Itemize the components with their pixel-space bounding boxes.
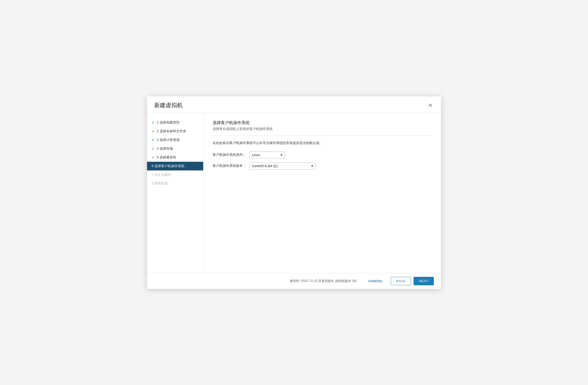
sidebar-item-step1[interactable]: ✔ 1 选择创建类型 — [147, 118, 203, 127]
back-button[interactable]: BACK — [391, 277, 411, 285]
close-button[interactable]: ✕ — [427, 102, 434, 109]
dialog-title: 新建虚拟机 — [154, 102, 183, 109]
sidebar-item-label-step2: 2 选择名称和文件夹 — [157, 129, 186, 134]
os-version-select[interactable]: CentOS 8 (64 位) CentOS 7 (64 位) CentOS 6… — [249, 163, 316, 169]
main-content: 选择客户机操作系统 选择将在虚拟机上安装的客户机操作系统 在此处标识客户机操作系… — [203, 113, 441, 273]
sidebar-item-label-step5: 5 选择兼容性 — [157, 155, 176, 160]
sidebar-item-step7: 7 自定义硬件 — [147, 170, 203, 179]
cancel-button[interactable]: CANCEL — [363, 277, 388, 285]
os-version-label: 客户机操作系统版本： — [213, 164, 246, 168]
footer-buttons: CANCEL BACK NEXT — [363, 277, 434, 285]
section-divider — [213, 135, 432, 136]
sidebar: ✔ 1 选择创建类型 ✔ 2 选择名称和文件夹 ✔ 3 选择计算资源 ✔ 4 选… — [147, 113, 203, 273]
sidebar-item-step6[interactable]: 6 选择客户机操作系统 — [147, 162, 203, 170]
os-family-row: 客户机操作系统系列： Linux Windows Other — [213, 151, 432, 158]
dialog-body: ✔ 1 选择创建类型 ✔ 2 选择名称和文件夹 ✔ 3 选择计算资源 ✔ 4 选… — [147, 113, 441, 273]
dialog-footer: 兼容性: ESXi 7.0 U2 及更高版本 (虚拟机版本 19) CANCEL… — [147, 273, 441, 289]
new-vm-dialog: 新建虚拟机 ✕ ✔ 1 选择创建类型 ✔ 2 选择名称和文件夹 ✔ 3 选择计算… — [147, 96, 441, 289]
sidebar-item-label-step6: 6 选择客户机操作系统 — [152, 164, 184, 168]
compat-text: 兼容性: ESXi 7.0 U2 及更高版本 (虚拟机版本 19) — [290, 279, 356, 283]
description-text: 在此处标识客户机操作系统可让向导为操作系统的安装提供适当的默认值。 — [213, 141, 432, 145]
sidebar-item-step4[interactable]: ✔ 4 选择存储 — [147, 144, 203, 153]
sidebar-item-step2[interactable]: ✔ 2 选择名称和文件夹 — [147, 127, 203, 136]
dialog-header: 新建虚拟机 ✕ — [147, 96, 441, 113]
sidebar-item-step5[interactable]: ✔ 5 选择兼容性 — [147, 153, 203, 162]
sidebar-item-label-step1: 1 选择创建类型 — [157, 120, 180, 125]
check-icon-step1: ✔ — [152, 120, 155, 125]
os-family-label: 客户机操作系统系列： — [213, 153, 246, 157]
sidebar-item-label-step8: 8 即将完成 — [152, 181, 168, 186]
check-icon-step4: ✔ — [152, 147, 155, 151]
check-icon-step3: ✔ — [152, 138, 155, 142]
sidebar-item-label-step7: 7 自定义硬件 — [152, 173, 171, 177]
next-button[interactable]: NEXT — [414, 277, 434, 285]
sidebar-item-step3[interactable]: ✔ 3 选择计算资源 — [147, 136, 203, 144]
os-family-select[interactable]: Linux Windows Other — [249, 151, 285, 158]
close-icon: ✕ — [428, 102, 433, 108]
sidebar-item-label-step3: 3 选择计算资源 — [157, 138, 180, 142]
section-title: 选择客户机操作系统 — [213, 120, 432, 126]
sidebar-item-label-step4: 4 选择存储 — [157, 146, 173, 151]
check-icon-step2: ✔ — [152, 129, 155, 133]
sidebar-item-step8: 8 即将完成 — [147, 179, 203, 188]
check-icon-step5: ✔ — [152, 155, 155, 159]
os-version-row: 客户机操作系统版本： CentOS 8 (64 位) CentOS 7 (64 … — [213, 163, 432, 169]
section-subtitle: 选择将在虚拟机上安装的客户机操作系统 — [213, 127, 432, 131]
